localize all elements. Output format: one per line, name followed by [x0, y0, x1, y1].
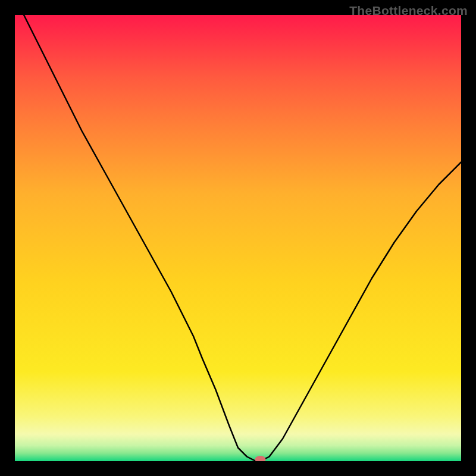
watermark-text: TheBottleneck.com [349, 4, 468, 18]
gradient-background [15, 15, 461, 461]
chart-frame: TheBottleneck.com [0, 0, 476, 476]
plot-area [15, 15, 461, 461]
plot-svg [15, 15, 461, 461]
